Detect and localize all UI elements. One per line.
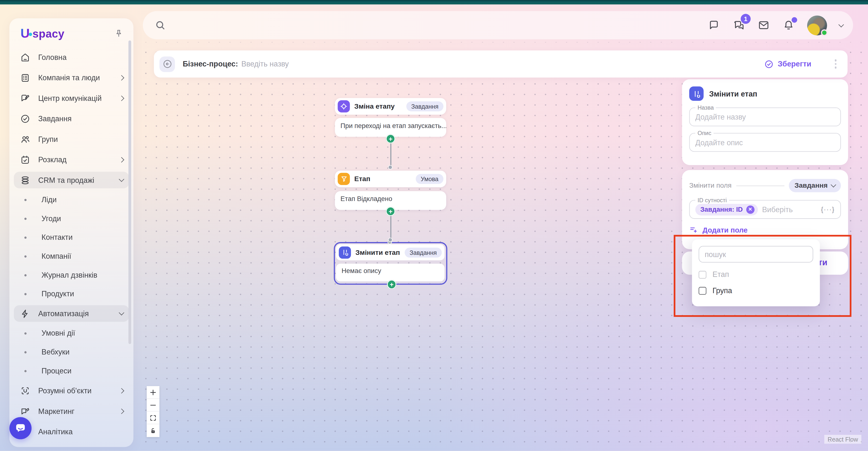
bullet-dot bbox=[25, 255, 27, 257]
sidebar: Uspacy Головна Компанія та люди Центр ко… bbox=[9, 18, 133, 447]
feedback-comment-icon[interactable] bbox=[708, 19, 720, 32]
sidebar-item-deals[interactable]: Угоди bbox=[14, 211, 129, 226]
process-type-label: Бізнес-процес: bbox=[183, 60, 238, 68]
automation-bolt-icon bbox=[20, 308, 30, 319]
node-title: Змінити етап bbox=[355, 248, 400, 256]
user-avatar[interactable] bbox=[807, 15, 827, 35]
bullet-dot bbox=[25, 236, 27, 238]
chevron-right-icon bbox=[119, 388, 124, 393]
sidebar-item-groups[interactable]: Групи bbox=[14, 131, 129, 147]
node-badge: Завдання bbox=[406, 101, 443, 111]
sidebar-item-call-log[interactable]: Журнал дзвінків bbox=[14, 267, 129, 282]
node-change-stage-selected[interactable]: Змінити етап Завдання Немає опису + bbox=[334, 242, 447, 285]
sidebar-item-company[interactable]: Компанія та люди bbox=[14, 69, 129, 86]
add-node-button[interactable]: + bbox=[386, 134, 395, 144]
add-node-button[interactable]: + bbox=[386, 207, 395, 216]
flow-edge bbox=[391, 216, 391, 238]
sidebar-item-smart-objects[interactable]: Розумні об'єкти bbox=[14, 382, 129, 399]
chevron-right-icon bbox=[119, 95, 124, 101]
bullet-dot bbox=[25, 274, 27, 276]
top-teal-stripe bbox=[0, 0, 868, 4]
mail-icon[interactable] bbox=[757, 19, 770, 32]
search-icon[interactable] bbox=[154, 19, 167, 32]
sidebar-item-companies[interactable]: Компанії bbox=[14, 249, 129, 264]
chevron-right-icon bbox=[119, 75, 124, 81]
chevron-down-icon bbox=[119, 177, 124, 182]
zoom-in-button[interactable] bbox=[147, 386, 159, 399]
online-status-dot bbox=[821, 29, 828, 36]
panel-title: Змінити етап bbox=[709, 89, 757, 98]
node-stage-change[interactable]: Зміна етапу Завдання bbox=[335, 98, 446, 115]
edge-target-handle bbox=[388, 165, 392, 170]
node-condition-stage[interactable]: Етап Умова bbox=[335, 171, 446, 187]
tasks-icon bbox=[20, 113, 30, 124]
name-input[interactable] bbox=[695, 113, 835, 121]
variables-braces-icon[interactable]: {···} bbox=[821, 206, 835, 213]
company-icon bbox=[20, 72, 30, 83]
node-badge: Завдання bbox=[405, 247, 442, 257]
sidebar-item-tasks[interactable]: Завдання bbox=[14, 110, 129, 127]
save-check-icon bbox=[764, 59, 774, 69]
add-field-icon bbox=[689, 226, 698, 235]
sidebar-item-conditional-actions[interactable]: Умовні дії bbox=[14, 326, 129, 341]
back-button[interactable] bbox=[159, 56, 175, 72]
entity-id-field[interactable]: ID сутності Завдання: ID ✕ {···} bbox=[689, 200, 841, 219]
change-stage-kanban-icon bbox=[339, 246, 351, 258]
sidebar-item-schedule[interactable]: Розклад bbox=[14, 151, 129, 168]
sidebar-item-home[interactable]: Головна bbox=[14, 49, 129, 65]
node-title: Зміна етапу bbox=[354, 102, 395, 110]
sidebar-item-contacts[interactable]: Контакти bbox=[14, 230, 129, 245]
app-root: 1 Бізнес-процес: Зберегти bbox=[0, 0, 868, 451]
toolbar-more-menu-icon[interactable] bbox=[832, 57, 839, 71]
chat-bubble-icon bbox=[14, 422, 26, 434]
fit-view-button[interactable] bbox=[147, 412, 159, 424]
divider bbox=[736, 185, 784, 186]
smart-objects-icon bbox=[20, 385, 30, 396]
notifications-bell-icon[interactable] bbox=[782, 19, 795, 32]
sidebar-item-marketing[interactable]: Маркетинг bbox=[14, 403, 129, 419]
sidebar-item-automation[interactable]: Автоматизація bbox=[14, 305, 129, 322]
profile-chevron-down-icon[interactable] bbox=[838, 22, 844, 27]
bullet-dot bbox=[25, 370, 27, 372]
entity-id-chip[interactable]: Завдання: ID ✕ bbox=[695, 204, 757, 215]
sidebar-scrollbar[interactable] bbox=[128, 40, 131, 344]
add-field-button[interactable]: Додати поле bbox=[689, 226, 841, 235]
uspacy-logo[interactable]: Uspacy bbox=[21, 26, 64, 41]
description-field-label: Опис bbox=[695, 130, 713, 136]
bullet-dot bbox=[25, 351, 27, 353]
annotation-highlight-rectangle bbox=[674, 235, 851, 317]
remove-chip-icon[interactable]: ✕ bbox=[746, 205, 754, 213]
chats-icon[interactable]: 1 bbox=[732, 19, 745, 32]
bullet-dot bbox=[25, 293, 27, 295]
entity-id-input[interactable] bbox=[762, 205, 821, 213]
sidebar-item-products[interactable]: Продукти bbox=[14, 287, 129, 301]
change-fields-label: Змінити поля bbox=[689, 182, 732, 189]
add-node-button[interactable]: + bbox=[387, 280, 397, 289]
save-button[interactable]: Зберегти bbox=[764, 59, 811, 69]
logo-dot bbox=[29, 33, 32, 36]
chevron-down-icon bbox=[831, 182, 836, 188]
bullet-dot bbox=[25, 199, 27, 201]
zoom-out-button[interactable] bbox=[147, 399, 159, 412]
node-badge: Умова bbox=[416, 174, 443, 184]
lock-interactivity-button[interactable] bbox=[147, 424, 159, 437]
support-chat-widget-button[interactable] bbox=[9, 417, 31, 439]
pin-sidebar-icon[interactable] bbox=[114, 29, 124, 38]
process-name-input[interactable] bbox=[241, 60, 764, 68]
sidebar-item-webhooks[interactable]: Вебхуки bbox=[14, 344, 129, 360]
flow-edge bbox=[391, 144, 391, 166]
react-flow-attribution[interactable]: React Flow bbox=[825, 435, 862, 444]
crm-stack-icon bbox=[20, 175, 30, 185]
home-icon bbox=[20, 52, 30, 62]
entity-select[interactable]: Завдання bbox=[789, 179, 841, 192]
sidebar-item-processes[interactable]: Процеси bbox=[14, 363, 129, 379]
sidebar-item-leads[interactable]: Ліди bbox=[14, 192, 129, 207]
name-field-label: Назва bbox=[695, 104, 716, 111]
sidebar-item-communications[interactable]: Центр комунікацій bbox=[14, 90, 129, 107]
description-input[interactable] bbox=[695, 138, 835, 146]
chat-unread-badge: 1 bbox=[741, 14, 751, 24]
flow-controls bbox=[147, 386, 159, 437]
node-change-stage-description[interactable]: Немає опису bbox=[336, 264, 445, 281]
sidebar-item-crm[interactable]: CRM та продажі bbox=[14, 172, 129, 188]
notification-dot bbox=[792, 17, 797, 23]
